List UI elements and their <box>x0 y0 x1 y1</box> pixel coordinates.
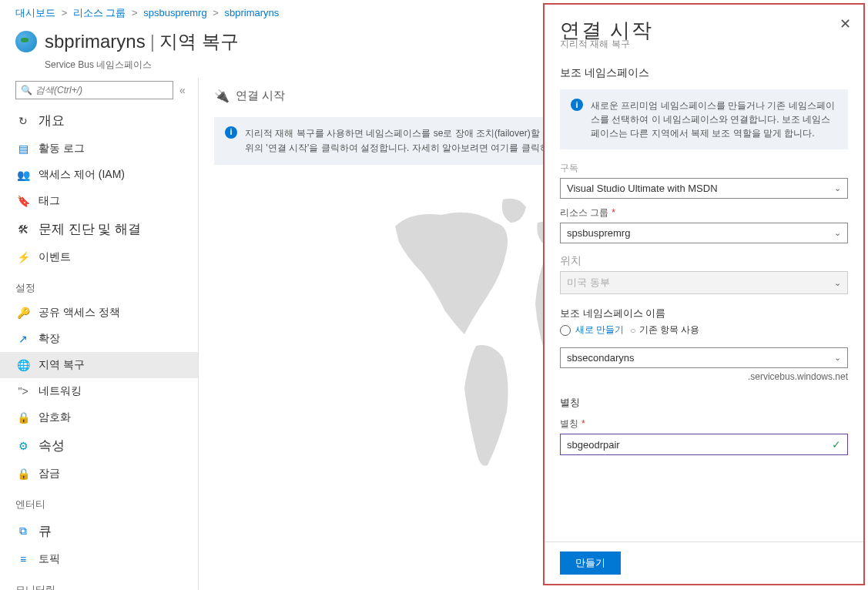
alias-label: 별칭* <box>560 417 848 431</box>
subscription-label: 구독 <box>560 162 848 175</box>
resource-group-label: 리소스 그룹* <box>560 206 848 220</box>
sidebar-item-sas[interactable]: 🔑공유 액세스 정책 <box>0 300 198 326</box>
crumb-dashboard[interactable]: 대시보드 <box>15 7 55 18</box>
secondary-ns-dropdown[interactable]: sbsecondaryns ⌄ <box>560 347 848 368</box>
create-new-link[interactable]: 새로 만들기 <box>575 323 624 337</box>
section-settings: 설정 <box>0 270 198 300</box>
sidebar: 🔍 « ↻개요 ▤활동 로그 👥액세스 제어 (IAM) 🔖태그 🛠문제 진단 … <box>0 78 199 590</box>
crumb-ns-name[interactable]: sbprimaryns <box>225 7 280 18</box>
sidebar-item-scale[interactable]: ↗확장 <box>0 326 198 352</box>
activity-log-icon: ▤ <box>15 142 31 155</box>
search-input[interactable]: 🔍 <box>15 81 173 99</box>
chevron-down-icon: ⌄ <box>834 353 841 363</box>
alias-section: 별칭 <box>560 396 848 410</box>
initiate-pairing-panel: 연결 시작 지리적 재해 복구 ✕ 보조 네임스페이스 i 새로운 프리미엄 네… <box>543 3 865 585</box>
sidebar-item-queues[interactable]: ⧉큐 <box>0 516 198 546</box>
topic-icon: ≡ <box>15 553 31 565</box>
collapse-sidebar-button[interactable]: « <box>173 84 192 96</box>
sidebar-item-activity-log[interactable]: ▤활동 로그 <box>0 136 198 162</box>
section-entities: 엔터티 <box>0 487 198 516</box>
info-icon: i <box>225 126 237 139</box>
globe-icon: 🌐 <box>15 359 31 371</box>
scale-icon: ↗ <box>15 333 31 345</box>
chevron-down-icon: ⌄ <box>834 183 841 193</box>
panel-subtitle: 지리적 재해 복구 <box>560 38 848 51</box>
locks-icon: 🔒 <box>15 468 31 480</box>
connect-icon: 🔌 <box>214 89 230 103</box>
content-title[interactable]: 연결 시작 <box>236 89 285 103</box>
crumb-rg-name[interactable]: spsbuspremrg <box>143 7 206 18</box>
sidebar-item-geo-dr[interactable]: 🌐지역 복구 <box>0 352 198 378</box>
service-bus-icon <box>15 31 37 52</box>
check-icon: ✓ <box>832 438 841 451</box>
lock-icon: 🔒 <box>15 411 31 424</box>
sidebar-item-topics[interactable]: ≡토픽 <box>0 546 198 572</box>
overview-icon: ↻ <box>15 115 31 127</box>
key-icon: 🔑 <box>15 307 31 319</box>
page-title: sbprimaryns|지역 복구 <box>45 29 239 54</box>
create-button[interactable]: 만들기 <box>560 551 621 575</box>
info-icon: i <box>571 99 583 111</box>
sidebar-item-locks[interactable]: 🔒잠금 <box>0 461 198 487</box>
location-label: 위치 <box>560 254 848 268</box>
secondary-ns-name-label: 보조 네임스페이스 이름 <box>560 307 848 320</box>
resource-group-dropdown[interactable]: spsbuspremrg ⌄ <box>560 223 848 243</box>
sidebar-item-networking[interactable]: ">네트워킹 <box>0 378 198 404</box>
search-icon: 🔍 <box>21 85 32 96</box>
panel-info-banner: i 새로운 프리미엄 네임스페이스를 만들거나 기존 네임스페이스를 선택하여 … <box>560 89 848 149</box>
ns-suffix: .servicebus.windows.net <box>560 371 848 382</box>
events-icon: ⚡ <box>15 251 31 263</box>
crumb-resource-groups[interactable]: 리소스 그룹 <box>73 7 126 18</box>
queue-icon: ⧉ <box>15 525 31 538</box>
chevron-down-icon: ⌄ <box>834 278 841 288</box>
sidebar-item-encryption[interactable]: 🔒암호화 <box>0 404 198 431</box>
close-panel-button[interactable]: ✕ <box>840 15 851 32</box>
networking-icon: "> <box>15 385 31 397</box>
sidebar-item-access-control[interactable]: 👥액세스 제어 (IAM) <box>0 162 198 188</box>
ns-mode-radio-row: 새로 만들기 ○ 기존 항목 사용 <box>560 323 848 337</box>
alias-input[interactable]: sbgeodrpair ✓ <box>560 434 848 455</box>
sidebar-item-properties[interactable]: ⚙속성 <box>0 431 198 461</box>
radio-create-new[interactable] <box>560 325 571 336</box>
diagnose-icon: 🛠 <box>15 223 31 236</box>
properties-icon: ⚙ <box>15 440 31 452</box>
access-icon: 👥 <box>15 169 31 181</box>
location-dropdown: 미국 동부 ⌄ <box>560 271 848 294</box>
section-monitoring: 모니터링 <box>0 572 198 590</box>
secondary-ns-heading: 보조 네임스페이스 <box>560 66 848 80</box>
tags-icon: 🔖 <box>15 195 31 207</box>
chevron-down-icon: ⌄ <box>834 228 841 238</box>
sidebar-item-overview[interactable]: ↻개요 <box>0 106 198 136</box>
sidebar-item-diagnose[interactable]: 🛠문제 진단 및 해결 <box>0 214 198 244</box>
subscription-dropdown[interactable]: Visual Studio Ultimate with MSDN ⌄ <box>560 178 848 199</box>
use-existing-label[interactable]: 기존 항목 사용 <box>639 323 700 337</box>
sidebar-item-events[interactable]: ⚡이벤트 <box>0 244 198 270</box>
sidebar-item-tags[interactable]: 🔖태그 <box>0 188 198 214</box>
